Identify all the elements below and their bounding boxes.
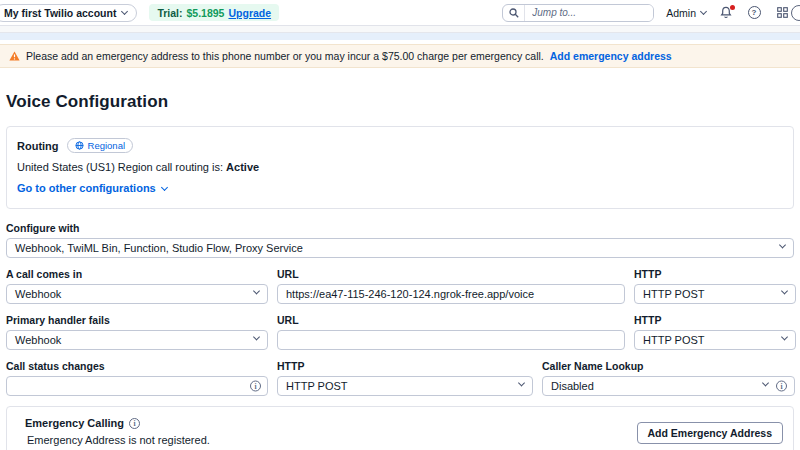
primary-handler-fails-value: Webhook [15,334,61,346]
voice-url-input[interactable] [277,284,625,304]
emergency-warning-banner: Please add an emergency address to this … [0,44,800,68]
trial-balance-badge: Trial: $5.1895 Upgrade [149,4,279,21]
chevron-down-icon [518,379,525,386]
configure-with-label: Configure with [6,222,794,234]
routing-status-text: United States (US1) Region call routing … [17,161,223,173]
jump-to-search[interactable] [502,4,654,22]
chevron-down-icon [253,287,260,294]
http-method-value: HTTP POST [643,288,705,300]
chevron-down-icon [781,287,788,294]
routing-card: Routing Regional United States (US1) Reg… [6,126,794,209]
account-switcher[interactable]: My first Twilio account [0,4,137,22]
fallback-http-method-select[interactable]: HTTP POST [634,330,796,350]
add-emergency-address-link[interactable]: Add emergency address [550,50,672,62]
emergency-calling-card: Emergency Calling Emergency Address is n… [6,406,794,450]
regional-badge-label: Regional [88,140,126,151]
routing-title: Routing [17,140,59,152]
upgrade-link[interactable]: Upgrade [228,7,271,19]
info-icon[interactable] [776,381,787,392]
fallback-url-input[interactable] [277,330,625,350]
http-method-select[interactable]: HTTP POST [634,284,796,304]
add-emergency-address-button[interactable]: Add Emergency Address [637,422,783,444]
admin-menu[interactable]: Admin [666,7,706,19]
call-comes-in-label: A call comes in [6,268,268,280]
caller-name-lookup-label: Caller Name Lookup [542,360,795,372]
http-method-label: HTTP [634,268,796,280]
caller-name-lookup-select[interactable]: Disabled [542,376,795,396]
trial-amount: $5.1895 [187,7,225,19]
search-input[interactable] [525,5,653,21]
configure-with-select[interactable]: Webhook, TwiML Bin, Function, Studio Flo… [6,238,794,258]
question-circle-icon [748,6,761,19]
subheader-strip [0,26,800,33]
status-http-method-value: HTTP POST [286,380,348,392]
help-button[interactable] [746,5,762,21]
primary-handler-fails-label: Primary handler fails [6,314,268,326]
call-comes-in-value: Webhook [15,288,61,300]
banner-text: Please add an emergency address to this … [26,50,544,62]
primary-handler-fails-select[interactable]: Webhook [6,330,268,350]
status-http-method-select[interactable]: HTTP POST [277,376,533,396]
page-title: Voice Configuration [6,92,794,112]
chevron-down-icon [253,333,260,340]
notification-dot [730,5,735,10]
main-content: Voice Configuration Routing Regional Uni… [0,92,800,450]
globe-icon [75,141,84,150]
fallback-url-label: URL [277,314,625,326]
products-button[interactable] [774,5,790,21]
call-status-callback-input[interactable] [6,376,268,396]
chevron-down-icon [762,379,769,386]
emergency-calling-title: Emergency Calling [25,417,124,429]
grid-icon [777,7,788,18]
highlight-strip [0,33,800,40]
notifications-button[interactable] [718,5,734,21]
status-http-method-label: HTTP [277,360,533,372]
call-status-changes-label: Call status changes [6,360,268,372]
configure-with-value: Webhook, TwiML Bin, Function, Studio Flo… [15,242,303,254]
caller-name-lookup-value: Disabled [551,380,594,392]
chevron-down-icon [781,333,788,340]
routing-status: United States (US1) Region call routing … [17,161,783,173]
call-comes-in-select[interactable]: Webhook [6,284,268,304]
url-label: URL [277,268,625,280]
regional-badge: Regional [67,138,134,153]
twilio-console-screen: My first Twilio account Trial: $5.1895 U… [0,0,800,450]
info-icon[interactable] [129,418,140,429]
trial-label: Trial: [157,7,182,19]
other-configurations-link[interactable]: Go to other configurations [17,182,167,194]
chevron-down-icon [161,183,168,190]
top-bar: My first Twilio account Trial: $5.1895 U… [0,0,800,26]
chevron-down-icon [779,241,786,248]
chevron-down-icon [121,8,128,15]
info-icon[interactable] [250,381,261,392]
admin-menu-label: Admin [666,7,696,19]
other-configurations-label: Go to other configurations [17,182,156,194]
avatar[interactable] [791,5,800,21]
account-switcher-label: My first Twilio account [4,7,116,19]
fallback-http-method-label: HTTP [634,314,796,326]
chevron-down-icon [700,8,707,15]
warning-triangle-icon [9,51,20,61]
search-icon [503,5,525,21]
fallback-http-method-value: HTTP POST [643,334,705,346]
routing-status-value: Active [226,161,259,173]
